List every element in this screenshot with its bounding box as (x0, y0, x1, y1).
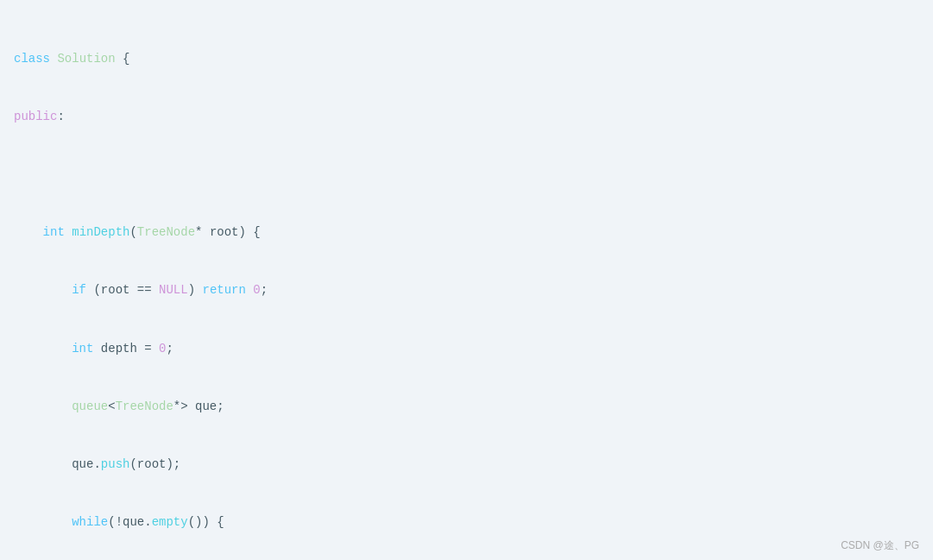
line-7: que.push(root); (14, 455, 919, 474)
line-5: int depth = 0; (14, 339, 919, 358)
line-1: public: (14, 107, 919, 126)
line-2 (14, 165, 919, 184)
line-0: class Solution { (14, 49, 919, 68)
watermark: CSDN @途、PG (841, 538, 919, 553)
line-3: int minDepth(TreeNode* root) { (14, 223, 919, 242)
code-container: class Solution { public: int minDepth(Tr… (0, 0, 933, 560)
line-8: while(!que.empty()) { (14, 513, 919, 532)
line-6: queue<TreeNode*> que; (14, 397, 919, 416)
code-block: class Solution { public: int minDepth(Tr… (0, 7, 933, 560)
line-4: if (root == NULL) return 0; (14, 280, 919, 299)
